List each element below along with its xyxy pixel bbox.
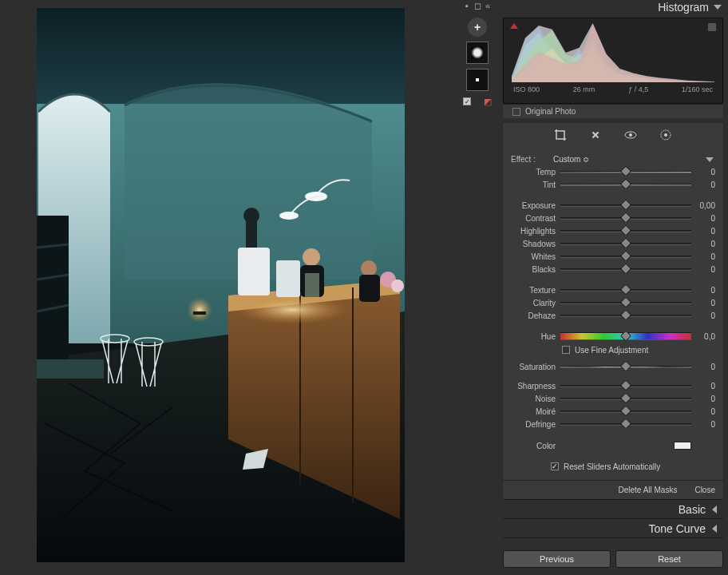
local-adjustments-panel: Effect : Custom ≎ Temp0 Tint0 Exposure0,…: [503, 147, 723, 480]
slider-noise[interactable]: Noise0: [511, 392, 715, 405]
mask-thumb-2[interactable]: [466, 69, 489, 91]
original-photo-row[interactable]: Original Photo: [503, 104, 723, 118]
crop-icon[interactable]: [554, 129, 567, 141]
histogram-chart[interactable]: ISO 800 26 mm ƒ / 4,5 1/160 sec: [503, 18, 723, 104]
previous-button[interactable]: Previous: [503, 550, 611, 568]
slider-tint[interactable]: Tint0: [511, 178, 715, 191]
svg-rect-16: [246, 220, 257, 248]
section-tone-curve[interactable]: Tone Curve: [503, 518, 723, 537]
slider-saturation[interactable]: Saturation0: [511, 360, 715, 373]
svg-rect-15: [276, 260, 300, 297]
svg-rect-35: [37, 359, 104, 379]
svg-rect-34: [193, 311, 206, 315]
slider-hue[interactable]: Hue0,0: [511, 330, 715, 343]
photo-preview[interactable]: [37, 8, 405, 562]
svg-point-13: [236, 295, 348, 324]
slider-highlights[interactable]: Highlights0: [511, 224, 715, 237]
svg-rect-27: [37, 216, 69, 375]
histogram-focal: 26 mm: [573, 85, 595, 93]
mask-thumb-1[interactable]: [466, 42, 489, 64]
panel-sq-icon[interactable]: ◻: [473, 2, 481, 10]
mask-visibility-checkbox[interactable]: ✓: [463, 97, 471, 105]
close-button[interactable]: Close: [694, 486, 715, 494]
panel-min-icon[interactable]: ▪: [463, 2, 471, 10]
slider-whites[interactable]: Whites0: [511, 250, 715, 263]
mask-footer: Delete All Masks Close: [503, 480, 723, 499]
heal-icon[interactable]: [589, 129, 602, 141]
slider-moire[interactable]: Moiré0: [511, 405, 715, 418]
svg-point-33: [187, 297, 212, 323]
svg-point-42: [664, 133, 667, 137]
original-photo-checkbox[interactable]: [512, 108, 520, 116]
mask-toolstrip: ▪ ◻ « + ✓ ◩: [460, 0, 495, 107]
chevron-left-icon: [712, 525, 717, 533]
slider-blacks[interactable]: Blacks0: [511, 263, 715, 276]
reset-button[interactable]: Reset: [615, 550, 723, 568]
histogram-iso: ISO 800: [513, 85, 540, 93]
svg-rect-14: [238, 248, 270, 295]
svg-rect-20: [305, 273, 319, 297]
histogram-title: Histogram: [658, 1, 709, 14]
effect-label: Effect :: [511, 155, 536, 164]
effect-preset-popup[interactable]: Custom ≎: [553, 155, 589, 164]
svg-point-24: [391, 280, 404, 292]
histogram-aperture: ƒ / 4,5: [628, 85, 648, 93]
color-swatch[interactable]: [674, 442, 691, 450]
reset-sliders-auto-row[interactable]: ✓ Reset Sliders Automatically: [511, 459, 715, 474]
reset-auto-checkbox[interactable]: ✓: [551, 462, 559, 470]
svg-point-17: [243, 208, 259, 224]
slider-exposure[interactable]: Exposure0,00: [511, 199, 715, 212]
svg-point-40: [629, 133, 632, 137]
redeye-icon[interactable]: [624, 129, 637, 141]
svg-rect-22: [359, 275, 380, 302]
slider-texture[interactable]: Texture0: [511, 284, 715, 296]
section-extra[interactable]: [503, 537, 723, 545]
delete-all-masks-button[interactable]: Delete All Masks: [619, 486, 678, 494]
slider-shadows[interactable]: Shadows0: [511, 237, 715, 250]
color-row[interactable]: Color: [511, 438, 715, 453]
mask-overlay-icon[interactable]: ◩: [484, 97, 492, 105]
svg-point-26: [279, 212, 299, 220]
histogram-panel-header[interactable]: Histogram: [498, 0, 728, 14]
add-mask-button[interactable]: +: [468, 18, 487, 37]
local-tools-bar: [503, 123, 723, 147]
section-basic[interactable]: Basic: [503, 499, 723, 518]
original-photo-label: Original Photo: [525, 107, 576, 116]
slider-sharpness[interactable]: Sharpness0: [511, 379, 715, 392]
slider-contrast[interactable]: Contrast0: [511, 212, 715, 224]
slider-defringe[interactable]: Defringe0: [511, 418, 715, 430]
histogram-shutter: 1/160 sec: [682, 85, 713, 93]
chevron-down-icon: [714, 5, 722, 10]
slider-temp[interactable]: Temp0: [511, 165, 715, 178]
highlight-clip-icon[interactable]: [708, 23, 716, 31]
use-fine-checkbox[interactable]: [562, 346, 570, 354]
panel-collapse-icon[interactable]: «: [484, 2, 492, 10]
effect-row[interactable]: Effect : Custom ≎: [511, 152, 715, 165]
chevron-down-icon[interactable]: [706, 157, 714, 162]
svg-point-21: [361, 260, 377, 276]
chevron-left-icon: [712, 506, 717, 514]
radial-icon[interactable]: [659, 129, 672, 141]
slider-dehaze[interactable]: Dehaze0: [511, 309, 715, 322]
shadow-clip-icon[interactable]: [510, 23, 518, 29]
slider-clarity[interactable]: Clarity0: [511, 296, 715, 309]
svg-point-18: [303, 248, 320, 266]
use-fine-adjustment-row[interactable]: Use Fine Adjustment: [511, 343, 715, 357]
